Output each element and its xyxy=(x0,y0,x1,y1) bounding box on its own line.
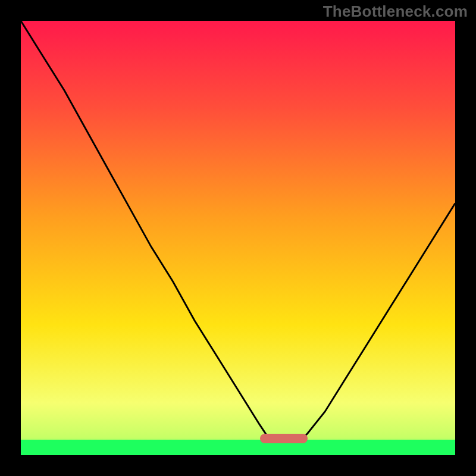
curve-svg xyxy=(21,21,455,455)
watermark-text: TheBottleneck.com xyxy=(323,2,468,21)
chart-frame: TheBottleneck.com xyxy=(0,0,476,476)
bottleneck-curve xyxy=(21,21,455,442)
optimal-band-marker xyxy=(260,434,308,443)
plot-area xyxy=(21,21,455,455)
